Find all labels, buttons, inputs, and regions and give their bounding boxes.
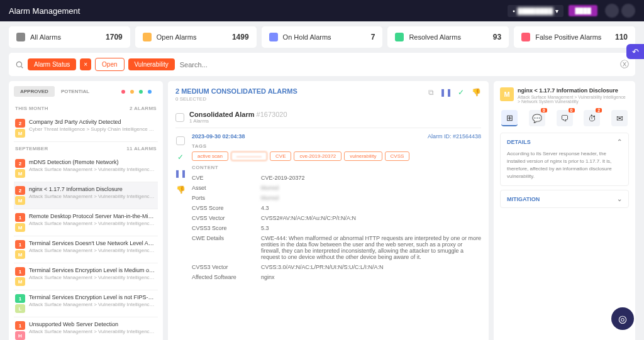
count-badge: 2 [15,119,25,128]
severity-badge: M [15,129,25,138]
chevron-up-icon: ⌃ [617,138,622,145]
alarm-item[interactable]: 2Mnginx < 1.17.7 Information DisclosureA… [14,182,158,209]
user-menu[interactable]: ▪████████▾ [508,5,564,17]
right-breadcrumb: Attack Surface Management > Vulnerabilit… [518,95,629,104]
alarm-sub: Attack Surface Management > Vulnerabilit… [29,194,157,199]
alarm-title: Remote Desktop Protocol Server Man-in-th… [29,213,157,219]
detail-date: 2023-09-30 02:04:38 [192,133,245,140]
header-icon-2[interactable] [621,4,635,18]
alarm-sub: Attack Surface Management > Vulnerabilit… [29,329,157,334]
panel-tab-icon[interactable]: ✉ [611,110,628,126]
panel-tab-icon[interactable]: ⊞ [501,110,518,126]
tag[interactable]: ————— [231,151,267,161]
clear-search-icon[interactable]: ⓧ [620,59,629,70]
legend-dot[interactable] [121,90,125,94]
page-title: Alarm Management [9,6,80,16]
alarm-item[interactable]: 1LTerminal Services Encryption Level is … [14,290,158,317]
detail-alarm-id[interactable]: Alarm ID: #21564438 [428,133,481,140]
alarm-sub: Cyber Threat Intelligence > Supply Chain… [29,126,157,132]
alarm-title: Terminal Services Encryption Level is no… [29,294,157,300]
filter-remove[interactable]: × [80,58,91,70]
undo-button[interactable]: ↶ [626,44,644,59]
legend-dot[interactable] [148,90,152,94]
details-accordion-header[interactable]: DETAILS⌃ [501,133,628,150]
detail-pause-icon[interactable]: ❚❚ [175,168,186,178]
detail-approve-icon[interactable]: ✓ [175,152,186,162]
panel-tab-icon[interactable]: 🗨0 [557,110,573,126]
alarm-item[interactable]: 2MCompany 3rd Party Activity DetectedCyb… [14,115,158,142]
help-fab[interactable]: ◎ [611,307,634,330]
panel-tab-icon[interactable]: 💬0 [529,110,545,126]
stat-card[interactable]: Open Alarms1499 [135,26,257,48]
consolidated-checkbox[interactable] [175,113,184,122]
consolidated-alarm-id: #1673020 [257,111,287,118]
stat-color-icon [395,33,404,41]
count-badge: 1 [15,294,25,303]
content-row: CVSS3 VectorCVSS:3.0/AV:N/AC:L/PR:N/UI:N… [192,262,481,272]
stat-card[interactable]: Resolved Alarms93 [387,26,509,48]
reject-icon[interactable]: 👎 [471,87,481,97]
alarm-sub: Attack Surface Management > Vulnerabilit… [29,275,157,280]
copy-icon[interactable]: ⧉ [426,87,436,97]
stat-label: Resolved Alarms [409,33,487,41]
tag[interactable]: CVSS [385,151,410,161]
consolidated-sub: 1 Alarms [189,118,287,124]
stat-card[interactable]: All Alarms1709 [9,26,130,48]
stat-label: False Positive Alarms [535,33,610,41]
tag[interactable]: CVE [270,151,291,161]
filter-alarm-status[interactable]: Alarm Status [28,58,76,70]
stat-card[interactable]: On Hold Alarms7 [262,26,383,48]
section-header: SEPTEMBER11 ALARMS [14,142,158,155]
detail-reject-icon[interactable]: 👎 [175,185,186,195]
tab-potential[interactable]: POTENTIAL [55,86,96,97]
tag[interactable]: cve-2019-20372 [294,151,341,161]
stat-count: 7 [371,33,375,41]
alarm-sub: Attack Surface Management > Vulnerabilit… [29,167,157,172]
tag[interactable]: vulnerability [344,151,382,161]
severity-badge: M [15,250,25,259]
alarm-item[interactable]: 2MmDNS Detection (Remote Network)Attack … [14,155,158,182]
search-icon [15,60,24,69]
search-input[interactable] [179,60,616,70]
header-pill[interactable]: ████ [569,5,597,16]
tab-approved[interactable]: APPROVED [14,86,55,97]
tag[interactable]: active scan [192,151,228,161]
severity-badge: H [15,331,25,340]
stat-count: 110 [615,33,628,41]
filter-open[interactable]: Open [95,58,124,71]
filter-vulnerability[interactable]: Vulnerability [128,58,175,70]
alarm-title: mDNS Detection (Remote Network) [29,159,157,165]
severity-badge: M [15,223,25,232]
svg-point-0 [16,62,21,67]
count-badge: 1 [15,267,25,276]
stat-card[interactable]: False Positive Alarms110 [514,26,635,48]
pause-icon[interactable]: ❚❚ [441,87,451,97]
stat-color-icon [521,33,530,41]
alarm-item[interactable]: 1MRemote Desktop Protocol Server Man-in-… [14,209,158,236]
stat-count: 1499 [232,33,249,41]
content-row: CVSS Score4.3 [192,203,481,213]
consolidated-alarm-title: Consolidated Alarm [189,111,255,118]
legend-dot[interactable] [139,90,143,94]
stat-count: 1709 [106,33,123,41]
alarm-title: nginx < 1.17.7 Information Disclosure [29,186,157,192]
alarm-sub: Attack Surface Management > Vulnerabilit… [29,302,157,307]
consolidated-title: 2 MEDIUM CONSOLIDATED ALARMS [175,87,297,95]
alarm-item[interactable]: 1HUnsupported Web Server DetectionAttack… [14,317,158,340]
stat-label: On Hold Alarms [283,33,366,41]
content-row: Affected Softwarenginx [192,272,481,282]
alarm-title: Unsupported Web Server Detection [29,321,157,327]
section-header: THIS MONTH2 ALARMS [14,102,158,115]
stat-color-icon [269,33,278,41]
alarm-item[interactable]: 1MTerminal Services Doesn't Use Network … [14,236,158,263]
mitigation-accordion-header[interactable]: MITIGATION⌄ [501,190,628,207]
stat-label: Open Alarms [157,33,227,41]
header-icon-1[interactable] [605,4,619,18]
detail-checkbox[interactable] [175,136,186,146]
legend-dot[interactable] [130,90,134,94]
panel-tab-icon[interactable]: ⏱2 [584,110,600,126]
approve-icon[interactable]: ✓ [456,87,466,97]
content-row: CWE DetailsCWE-444: When malformed or ab… [192,233,481,262]
severity-badge: M [500,87,514,101]
alarm-item[interactable]: 1MTerminal Services Encryption Level is … [14,263,158,290]
